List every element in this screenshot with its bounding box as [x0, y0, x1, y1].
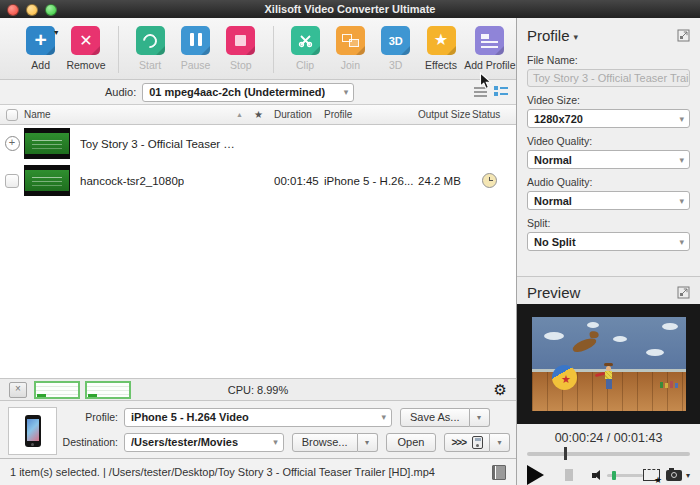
play-button[interactable]	[527, 465, 544, 485]
video-size-label: Video Size:	[527, 94, 690, 106]
save-as-split-button: Save As...	[400, 408, 490, 427]
join-button: Join	[328, 26, 373, 71]
close-window-button[interactable]	[7, 4, 19, 16]
volume-slider-handle[interactable]	[612, 471, 616, 480]
select-all-checkbox[interactable]	[6, 109, 18, 121]
minimize-window-button[interactable]	[26, 4, 38, 16]
browse-dropdown-caret[interactable]	[358, 433, 378, 452]
file-row-toy-story[interactable]: Toy Story 3 - Official Teaser Traile...	[0, 125, 516, 162]
volume-speaker-icon[interactable]	[592, 469, 600, 481]
profile-title-caret-icon[interactable]: ▾	[574, 32, 579, 42]
file-row-hancock[interactable]: hancock-tsr2_1080p 00:01:45 iPhone 5 - H…	[0, 162, 516, 199]
join-icon	[336, 26, 365, 55]
column-header-duration[interactable]: Duration	[274, 109, 324, 120]
add-button[interactable]: + ▾ Add	[18, 26, 63, 71]
save-as-dropdown-caret[interactable]	[470, 408, 490, 427]
audio-quality-select[interactable]: Normal	[527, 191, 690, 210]
audio-stream-bar: Audio: 01 mpeg4aac-2ch (Undetermined)	[0, 80, 516, 105]
expand-profile-panel-icon[interactable]	[677, 29, 690, 42]
transfer-dropdown-caret[interactable]	[490, 433, 510, 452]
toolbar-separator	[273, 26, 274, 73]
status-text: 1 item(s) selected. | /Users/tester/Desk…	[10, 466, 435, 478]
cpu-usage-bar: CPU: 8.99% × ⚙	[0, 378, 516, 401]
transfer-split-button: >>>	[444, 433, 510, 452]
remove-button[interactable]: ✕ Remove	[63, 26, 108, 71]
detail-view-toggle-icon[interactable]	[494, 86, 508, 98]
add-profile-icon	[475, 26, 504, 55]
row-checkbox[interactable]	[5, 174, 19, 188]
file-name: hancock-tsr2_1080p	[80, 175, 184, 187]
audio-label: Audio:	[105, 86, 136, 98]
add-dropdown-caret-icon[interactable]: ▾	[54, 28, 58, 37]
small-toys	[660, 381, 678, 388]
file-list: Toy Story 3 - Official Teaser Traile... …	[0, 125, 516, 378]
file-list-header: Name ▲ ★ Duration Profile Output Size St…	[0, 105, 516, 125]
browse-split-button: Browse...	[292, 433, 378, 452]
split-label: Split:	[527, 217, 690, 229]
seek-slider[interactable]	[527, 452, 690, 456]
ipod-device-icon	[472, 436, 483, 449]
start-convert-icon	[136, 26, 165, 55]
transfer-to-device-button[interactable]: >>>	[444, 433, 490, 452]
effects-wand-icon: ★	[427, 26, 456, 55]
save-as-button[interactable]: Save As...	[400, 408, 470, 427]
favorite-column-icon[interactable]: ★	[254, 109, 274, 120]
column-header-output-size[interactable]: Output Size	[418, 109, 472, 120]
expand-preview-panel-icon[interactable]	[677, 286, 690, 299]
log-book-icon[interactable]	[492, 465, 506, 480]
playback-time: 00:00:24 / 00:01:43	[517, 431, 700, 445]
seek-slider-handle[interactable]	[564, 447, 567, 460]
settings-gear-icon[interactable]: ⚙	[494, 381, 507, 399]
cpu-graph-core2	[85, 381, 131, 399]
status-waiting-clock-icon	[482, 173, 497, 188]
profile-panel-header: Profile ▾	[517, 18, 700, 47]
clip-button: Clip	[282, 26, 327, 71]
apply-to-output-icon[interactable]	[643, 469, 660, 481]
split-select[interactable]: No Split	[527, 232, 690, 251]
3d-button: 3D 3D	[373, 26, 418, 71]
output-profile-select[interactable]: iPhone 5 - H.264 Video	[124, 408, 392, 427]
bullseye-character	[571, 335, 598, 354]
toolbar: + ▾ Add ✕ Remove Start Pause	[0, 18, 516, 80]
add-profile-button[interactable]: Add Profile	[464, 26, 516, 71]
expand-row-icon[interactable]	[5, 136, 20, 151]
volume-slider[interactable]	[607, 474, 643, 477]
video-quality-label: Video Quality:	[527, 135, 690, 147]
pause-button: Pause	[173, 26, 218, 71]
destination-select[interactable]: /Users/tester/Movies	[124, 433, 284, 452]
zoom-window-button[interactable]	[45, 4, 57, 16]
output-settings-panel: Profile: iPhone 5 - H.264 Video Save As.…	[0, 401, 516, 458]
iphone-device-icon	[25, 415, 41, 447]
file-name-input: Toy Story 3 - Official Teaser Traile	[527, 69, 690, 87]
open-button[interactable]: Open	[386, 433, 437, 452]
stop-button: Stop	[218, 26, 263, 71]
status-bar: 1 item(s) selected. | /Users/tester/Desk…	[0, 458, 516, 485]
column-header-profile[interactable]: Profile	[324, 109, 418, 120]
file-name-label: File Name:	[527, 54, 690, 66]
audio-stream-select[interactable]: 01 mpeg4aac-2ch (Undetermined)	[142, 83, 354, 102]
clip-scissors-icon	[291, 26, 320, 55]
column-header-status[interactable]: Status	[472, 109, 516, 120]
snapshot-camera-icon[interactable]	[666, 470, 682, 481]
stop-playback-button[interactable]	[565, 469, 573, 481]
file-name: Toy Story 3 - Official Teaser Traile...	[80, 138, 236, 150]
sort-ascending-icon[interactable]: ▲	[236, 111, 254, 118]
3d-icon: 3D	[381, 26, 410, 55]
preview-panel-title: Preview	[527, 284, 580, 301]
profile-label: Profile:	[62, 411, 118, 423]
video-size-select[interactable]: 1280x720	[527, 109, 690, 128]
titlebar: Xilisoft Video Converter Ultimate	[0, 0, 700, 18]
video-quality-select[interactable]: Normal	[527, 150, 690, 169]
stop-icon	[226, 26, 255, 55]
video-thumbnail	[24, 165, 70, 196]
browse-button[interactable]: Browse...	[292, 433, 358, 452]
effects-button[interactable]: ★ Effects	[418, 26, 463, 71]
preview-screen	[517, 304, 700, 424]
cpu-graph-core1	[34, 381, 80, 399]
close-cpu-bar-button[interactable]: ×	[9, 382, 27, 398]
snapshot-dropdown-caret[interactable]: ▾	[686, 471, 690, 480]
add-file-icon: +	[26, 26, 55, 55]
toolbar-separator	[118, 26, 119, 73]
mouse-cursor	[479, 72, 492, 95]
column-header-name[interactable]: Name	[24, 109, 236, 120]
